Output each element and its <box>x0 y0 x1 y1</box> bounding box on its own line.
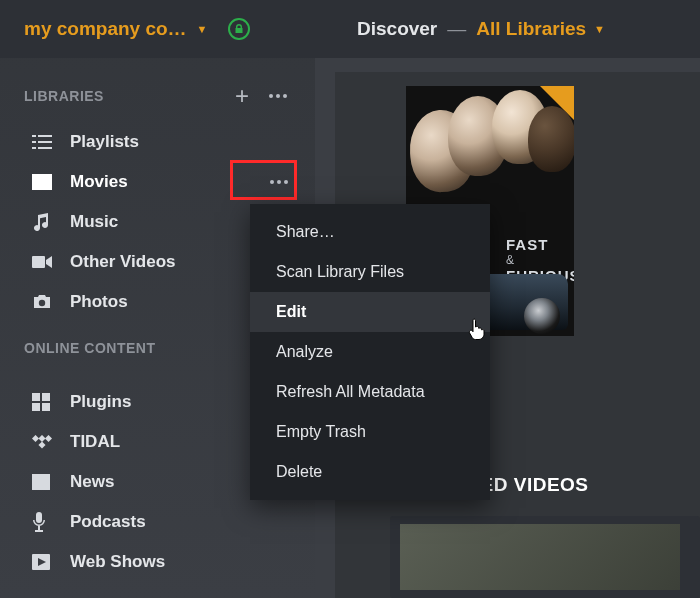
svg-point-14 <box>39 300 45 306</box>
caret-down-icon: ▼ <box>197 23 208 35</box>
sidebar-item-label: News <box>70 472 114 492</box>
sidebar-item-label: Movies <box>70 172 128 192</box>
sidebar-item-label: Podcasts <box>70 512 146 532</box>
sidebar-item-label: Plugins <box>70 392 131 412</box>
sidebar-item-web-shows[interactable]: Web Shows <box>0 542 315 582</box>
svg-rect-21 <box>45 435 52 442</box>
svg-rect-17 <box>32 403 40 411</box>
playlist-icon <box>32 134 58 150</box>
menu-item-label: Share… <box>276 223 335 241</box>
svg-rect-10 <box>49 174 52 177</box>
menu-item-share[interactable]: Share… <box>250 212 490 252</box>
menu-item-edit[interactable]: Edit <box>250 292 490 332</box>
pointer-cursor-icon <box>468 318 486 340</box>
video-thumbnail-row[interactable] <box>390 516 700 598</box>
svg-rect-8 <box>32 181 35 184</box>
video-thumbnail <box>400 524 680 590</box>
main-header: Discover — All Libraries ▼ <box>315 0 700 58</box>
svg-rect-13 <box>32 256 45 268</box>
server-name-label: my company co… <box>24 18 187 40</box>
libraries-section-header: LIBRARIES + <box>0 76 315 116</box>
caret-down-icon: ▼ <box>594 23 605 35</box>
svg-rect-31 <box>35 530 43 532</box>
svg-rect-4 <box>32 147 36 149</box>
menu-item-empty-trash[interactable]: Empty Trash <box>250 412 490 452</box>
menu-item-scan[interactable]: Scan Library Files <box>250 252 490 292</box>
svg-rect-16 <box>42 393 50 401</box>
libraries-actions: + <box>235 84 291 108</box>
microphone-icon <box>32 512 58 532</box>
music-icon <box>32 213 58 231</box>
svg-rect-3 <box>38 141 52 143</box>
svg-rect-28 <box>43 480 47 482</box>
server-selector-row: my company co… ▼ <box>0 0 315 58</box>
menu-item-refresh-metadata[interactable]: Refresh All Metadata <box>250 372 490 412</box>
svg-rect-9 <box>32 187 35 190</box>
video-camera-icon <box>32 255 58 269</box>
svg-rect-20 <box>38 435 45 442</box>
libraries-more-button[interactable] <box>265 90 291 102</box>
svg-rect-15 <box>32 393 40 401</box>
svg-rect-24 <box>35 477 41 482</box>
svg-rect-1 <box>38 135 52 137</box>
svg-rect-11 <box>49 181 52 184</box>
libraries-title: LIBRARIES <box>24 88 235 104</box>
menu-item-label: Refresh All Metadata <box>276 383 425 401</box>
library-scope-label: All Libraries <box>476 18 586 40</box>
sidebar-item-label: Playlists <box>70 132 139 152</box>
camera-icon <box>32 294 58 310</box>
sidebar-item-playlists[interactable]: Playlists <box>0 122 315 162</box>
news-icon <box>32 474 58 490</box>
sidebar-item-label: Web Shows <box>70 552 165 572</box>
secure-lock-icon <box>228 18 250 40</box>
svg-rect-25 <box>35 484 47 486</box>
sidebar-item-label: Other Videos <box>70 252 176 272</box>
svg-rect-26 <box>35 487 47 489</box>
menu-item-label: Edit <box>276 303 306 321</box>
sidebar-item-label: Music <box>70 212 118 232</box>
menu-item-label: Scan Library Files <box>276 263 404 281</box>
menu-item-label: Empty Trash <box>276 423 366 441</box>
svg-rect-2 <box>32 141 36 143</box>
grid-icon <box>32 393 58 411</box>
svg-rect-18 <box>42 403 50 411</box>
svg-rect-22 <box>38 441 45 448</box>
svg-rect-30 <box>38 526 40 530</box>
svg-rect-0 <box>32 135 36 137</box>
svg-rect-29 <box>36 512 42 523</box>
svg-rect-27 <box>43 477 47 479</box>
svg-rect-19 <box>32 435 39 442</box>
tidal-icon <box>32 435 58 449</box>
menu-item-label: Delete <box>276 463 322 481</box>
add-library-button[interactable]: + <box>235 84 249 108</box>
menu-item-delete[interactable]: Delete <box>250 452 490 492</box>
discover-label: Discover <box>357 18 437 40</box>
sidebar-item-movies[interactable]: Movies <box>0 162 315 202</box>
sidebar-item-label: Photos <box>70 292 128 312</box>
svg-rect-7 <box>32 174 35 177</box>
svg-rect-12 <box>49 187 52 190</box>
sidebar-item-podcasts[interactable]: Podcasts <box>0 502 315 542</box>
server-dropdown[interactable]: my company co… ▼ <box>24 18 208 40</box>
svg-rect-5 <box>38 147 52 149</box>
sidebar-item-label: TIDAL <box>70 432 120 452</box>
movies-more-button[interactable] <box>267 170 291 194</box>
menu-item-label: Analyze <box>276 343 333 361</box>
separator-dash: — <box>447 18 466 40</box>
film-icon <box>32 174 58 190</box>
play-square-icon <box>32 554 58 570</box>
library-context-menu: Share… Scan Library Files Edit Analyze R… <box>250 204 490 500</box>
menu-item-analyze[interactable]: Analyze <box>250 332 490 372</box>
library-scope-dropdown[interactable]: All Libraries ▼ <box>476 18 605 40</box>
